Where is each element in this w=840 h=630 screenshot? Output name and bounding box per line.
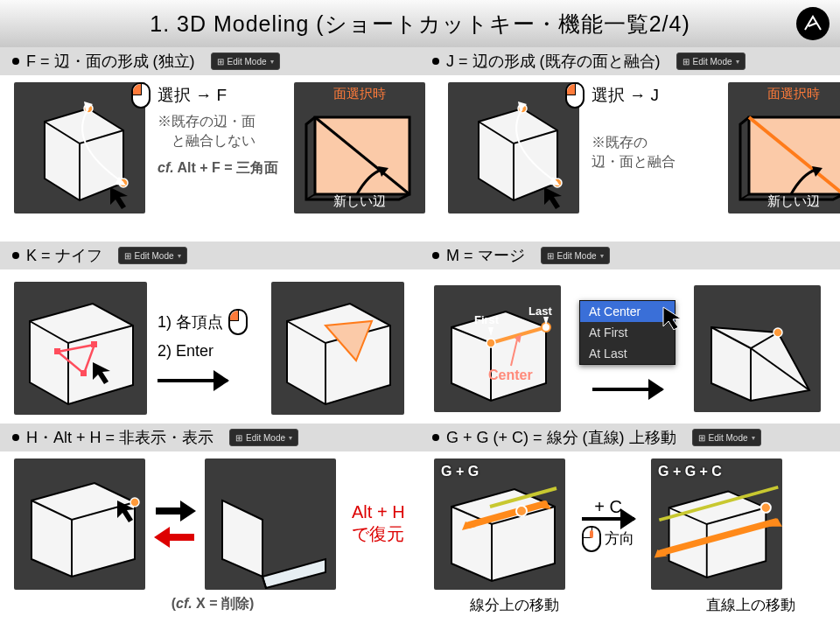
mouse-scroll-icon: [582, 526, 601, 552]
chevron-down-icon: ▾: [178, 252, 181, 260]
svg-marker-0: [45, 108, 123, 200]
svg-point-47: [774, 328, 782, 337]
row-1: 選択 → F ※既存の辺・面 と融合しない cf. Alt + F = 三角面 …: [0, 75, 840, 242]
mouse-left-icon: [565, 82, 584, 108]
graph-icon: ⊞: [698, 433, 705, 443]
svg-text:Last: Last: [528, 304, 552, 318]
svg-marker-44: [711, 327, 809, 401]
heading-k: K = ナイフ ⊞ Edit Mode ▾: [0, 242, 420, 270]
svg-marker-28: [287, 304, 390, 404]
cursor-icon: [662, 305, 684, 330]
svg-rect-24: [54, 348, 60, 354]
viewport-f-select: [14, 82, 145, 214]
section-bar-1: F = 辺・面の形成 (独立) ⊞ Edit Mode ▾ J = 辺の形成 (…: [0, 47, 840, 75]
viewport-k-before: [14, 282, 147, 415]
viewport-m-before: First Last Center: [434, 285, 561, 412]
graph-icon: ⊞: [217, 57, 224, 66]
page-header: 1. 3D Modeling (ショートカットキー・機能一覧2/4): [0, 0, 840, 47]
section-bar-2: K = ナイフ ⊞ Edit Mode ▾ M = マージ ⊞ Edit Mod…: [0, 242, 840, 270]
heading-gg: G + G (+ C) = 線分 (直線) 上移動 ⊞ Edit Mode ▾: [420, 424, 840, 452]
menu-at-last[interactable]: At Last: [580, 343, 675, 364]
graph-icon: ⊞: [124, 251, 131, 261]
svg-marker-57: [262, 559, 326, 588]
edit-mode-badge[interactable]: ⊞ Edit Mode ▾: [541, 247, 610, 264]
svg-marker-17: [544, 187, 562, 209]
logo-icon: [796, 7, 830, 40]
edit-mode-badge[interactable]: ⊞ Edit Mode ▾: [692, 429, 761, 446]
svg-marker-53: [180, 500, 196, 522]
edit-mode-badge[interactable]: ⊞ Edit Mode ▾: [676, 52, 746, 70]
bullet-icon: [432, 434, 439, 441]
svg-text:Center: Center: [488, 368, 533, 382]
text-f: 選択 → F ※既存の辺・面 と融合しない cf. Alt + F = 三角面: [150, 82, 289, 178]
text-k: 1) 各頂点 2) Enter: [152, 309, 266, 388]
text-j: 選択 → J ※既存の 辺・面と融合: [584, 82, 723, 172]
arrow-right-icon: [154, 500, 196, 522]
svg-marker-6: [110, 187, 128, 209]
bullet-icon: [12, 434, 19, 441]
row-2: 1) 各頂点 2) Enter First: [0, 270, 840, 424]
bullet-icon: [12, 58, 19, 65]
heading-m: M = マージ ⊞ Edit Mode ▾: [420, 242, 840, 270]
svg-point-34: [486, 339, 495, 347]
svg-marker-56: [222, 500, 262, 577]
section-j: 選択 → J ※既存の 辺・面と融合 面選択時 新しい辺: [434, 75, 840, 242]
bullet-icon: [432, 58, 439, 65]
viewport-f-result: 面選択時 新しい辺: [294, 82, 425, 214]
section-gg: G + G + C 方向: [420, 452, 840, 626]
svg-marker-48: [32, 483, 135, 577]
graph-icon: ⊞: [547, 251, 554, 261]
edit-mode-badge[interactable]: ⊞ Edit Mode ▾: [211, 52, 280, 70]
svg-marker-43: [663, 307, 681, 330]
h-restore-text: Alt + H で復元: [345, 502, 405, 546]
heading-h: H・Alt + H = 非表示・表示 ⊞ Edit Mode ▾: [0, 424, 420, 452]
svg-text:First: First: [474, 313, 500, 326]
mouse-left-icon: [131, 82, 150, 108]
menu-at-center[interactable]: At Center: [580, 301, 675, 322]
viewport-j-select: [448, 82, 579, 214]
svg-rect-26: [80, 370, 87, 376]
viewport-h-before: [14, 458, 145, 590]
row-3: Alt + H で復元 (cf. X = 削除) G + G: [0, 452, 840, 626]
svg-point-72: [761, 503, 771, 513]
viewport-ggc: G + G + C: [651, 458, 782, 590]
chevron-down-icon: ▾: [736, 58, 739, 66]
section-k: 1) 各頂点 2) Enter: [0, 270, 420, 424]
chevron-down-icon: ▾: [289, 434, 292, 442]
section-h: Alt + H で復元 (cf. X = 削除): [0, 452, 420, 626]
section-bar-3: H・Alt + H = 非表示・表示 ⊞ Edit Mode ▾ G + G (…: [0, 424, 840, 452]
chevron-down-icon: ▾: [600, 252, 604, 260]
svg-marker-11: [479, 108, 557, 200]
menu-at-first[interactable]: At First: [580, 322, 675, 343]
svg-point-50: [130, 498, 139, 507]
viewport-m-after: [694, 285, 821, 412]
merge-menu-col: At Center At First At Last: [566, 300, 689, 396]
chevron-down-icon: ▾: [752, 434, 755, 442]
h-footer: (cf. X = 削除): [172, 596, 255, 611]
section-m: First Last Center At Center At First At …: [420, 270, 840, 424]
viewport-j-result: 面選択時 新しい辺: [728, 82, 840, 214]
page-title: 1. 3D Modeling (ショートカットキー・機能一覧2/4): [150, 10, 690, 38]
bullet-icon: [432, 252, 439, 259]
heading-j: J = 辺の形成 (既存の面と融合) ⊞ Edit Mode ▾: [420, 47, 840, 75]
svg-point-65: [516, 506, 527, 516]
arrow-left-icon: [154, 527, 196, 548]
svg-rect-25: [91, 341, 97, 347]
edit-mode-badge[interactable]: ⊞ Edit Mode ▾: [229, 429, 298, 446]
heading-f: F = 辺・面の形成 (独立) ⊞ Edit Mode ▾: [0, 47, 420, 75]
gg-arrow: + C 方向: [570, 497, 646, 552]
arrow-right-icon: [592, 388, 662, 391]
h-arrows: [154, 500, 196, 548]
svg-marker-22: [30, 304, 133, 404]
chevron-down-icon: ▾: [270, 58, 274, 66]
svg-marker-55: [154, 527, 170, 548]
graph-icon: ⊞: [235, 433, 242, 443]
viewport-k-after: [271, 282, 404, 415]
graph-icon: ⊞: [682, 57, 690, 66]
arrow-right-icon: [582, 517, 634, 521]
bullet-icon: [12, 252, 19, 259]
edit-mode-badge[interactable]: ⊞ Edit Mode ▾: [118, 247, 187, 264]
viewport-h-after: [205, 458, 336, 590]
mouse-left-icon: [228, 309, 248, 335]
section-f: 選択 → F ※既存の辺・面 と融合しない cf. Alt + F = 三角面 …: [0, 75, 434, 242]
